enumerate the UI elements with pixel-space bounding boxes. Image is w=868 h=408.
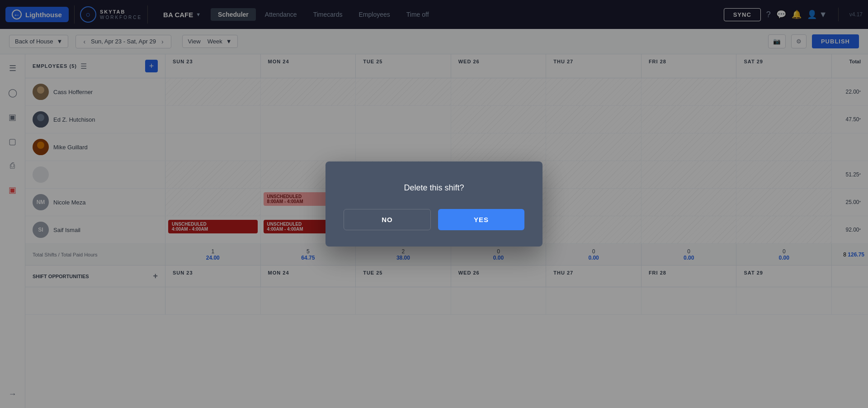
delete-shift-modal: Delete this shift? NO YES — [326, 161, 542, 247]
modal-overlay[interactable]: Delete this shift? NO YES — [0, 0, 868, 408]
modal-no-button[interactable]: NO — [344, 209, 431, 230]
modal-buttons: NO YES — [344, 209, 524, 230]
modal-title: Delete this shift? — [404, 183, 464, 193]
modal-yes-button[interactable]: YES — [438, 209, 524, 230]
